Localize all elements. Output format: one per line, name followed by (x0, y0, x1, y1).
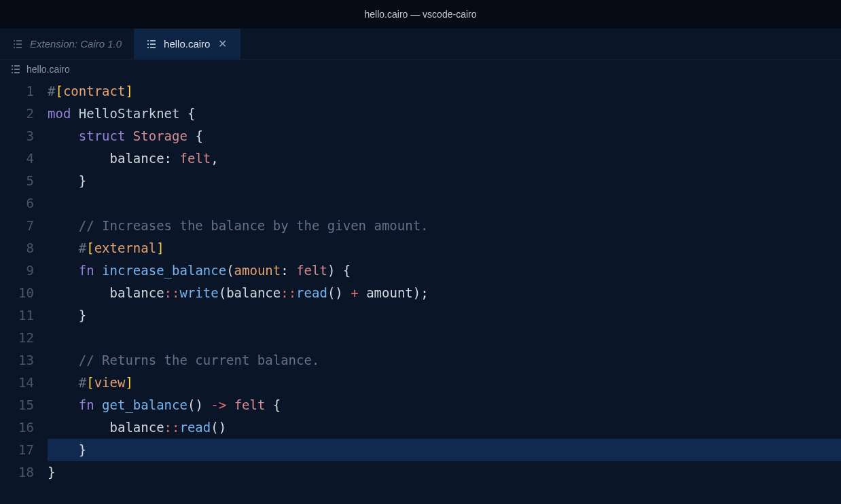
file-icon (12, 39, 23, 50)
line-number: 9 (0, 259, 34, 282)
tab-inactive[interactable]: Extension: Cairo 1.0 (0, 29, 134, 59)
editor[interactable]: 123456789101112131415161718 #[contract]m… (0, 79, 841, 484)
code-line[interactable]: // Returns the current balance. (48, 349, 841, 372)
code-line[interactable]: } (48, 439, 841, 461)
code-line[interactable]: } (48, 170, 841, 192)
tab-label: hello.cairo (164, 38, 210, 50)
line-number: 12 (0, 327, 34, 349)
breadcrumb[interactable]: hello.cairo (0, 60, 841, 79)
file-icon (10, 64, 21, 75)
code-line[interactable]: fn get_balance() -> felt { (48, 394, 841, 416)
line-number: 4 (0, 147, 34, 170)
code-content[interactable]: #[contract]mod HelloStarknet { struct St… (48, 80, 841, 484)
code-line[interactable]: balance: felt, (48, 147, 841, 170)
code-line[interactable]: mod HelloStarknet { (48, 103, 841, 125)
file-icon (146, 39, 157, 50)
code-line[interactable]: #[external] (48, 237, 841, 259)
close-icon[interactable]: ✕ (217, 37, 228, 50)
code-line[interactable] (48, 327, 841, 349)
code-line[interactable]: balance::read() (48, 416, 841, 439)
window-title: hello.cairo — vscode-cairo (365, 9, 477, 20)
line-number: 11 (0, 304, 34, 327)
line-number: 1 (0, 80, 34, 103)
code-line[interactable]: } (48, 461, 841, 484)
line-number: 5 (0, 170, 34, 192)
line-number: 8 (0, 237, 34, 259)
line-number: 10 (0, 282, 34, 304)
code-line[interactable]: // Increases the balance by the given am… (48, 215, 841, 237)
code-line[interactable]: #[view] (48, 372, 841, 394)
line-number: 2 (0, 103, 34, 125)
code-line[interactable]: balance::write(balance::read() + amount)… (48, 282, 841, 304)
code-line[interactable]: fn increase_balance(amount: felt) { (48, 259, 841, 282)
line-number: 3 (0, 125, 34, 147)
line-number: 13 (0, 349, 34, 372)
tab-bar: Extension: Cairo 1.0hello.cairo✕ (0, 29, 841, 60)
line-number: 6 (0, 192, 34, 215)
code-line[interactable]: #[contract] (48, 80, 841, 103)
code-line[interactable] (48, 192, 841, 215)
line-number: 16 (0, 416, 34, 439)
line-number: 14 (0, 372, 34, 394)
breadcrumb-file: hello.cairo (26, 64, 70, 75)
line-number: 7 (0, 215, 34, 237)
line-number: 15 (0, 394, 34, 416)
line-number: 18 (0, 461, 34, 484)
window-titlebar: hello.cairo — vscode-cairo (0, 0, 841, 29)
code-line[interactable]: struct Storage { (48, 125, 841, 147)
line-number: 17 (0, 439, 34, 461)
tab-active[interactable]: hello.cairo✕ (134, 29, 240, 59)
line-number-gutter: 123456789101112131415161718 (0, 80, 48, 484)
code-line[interactable]: } (48, 304, 841, 327)
tab-label: Extension: Cairo 1.0 (30, 38, 122, 50)
